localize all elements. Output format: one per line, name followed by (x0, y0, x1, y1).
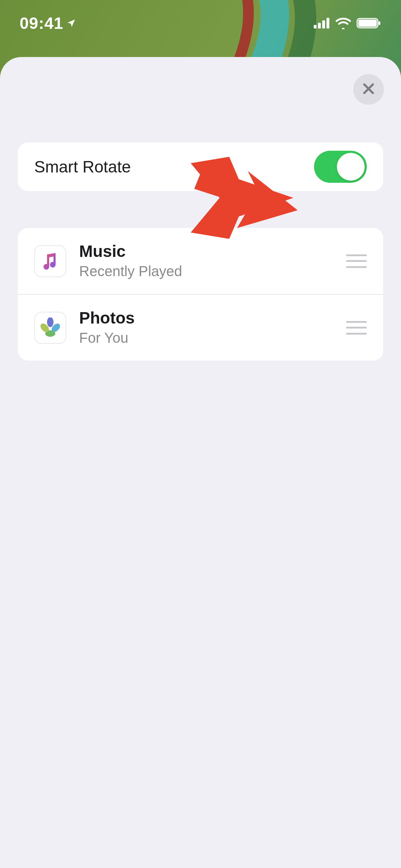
status-bar: 09:41 (0, 0, 401, 46)
smart-rotate-label: Smart Rotate (34, 157, 131, 176)
widget-title: Music (79, 242, 333, 261)
status-time: 09:41 (20, 14, 63, 33)
widget-row-music[interactable]: Music Recently Played (18, 228, 383, 294)
cellular-signal-icon (313, 17, 330, 29)
widget-subtitle: For You (79, 329, 333, 347)
svg-rect-1 (318, 23, 321, 29)
smart-rotate-toggle[interactable] (314, 151, 367, 183)
svg-rect-5 (358, 20, 377, 27)
widget-stack-sheet: Smart Rotate (0, 57, 401, 868)
music-icon (34, 245, 66, 277)
close-icon (361, 82, 376, 97)
svg-point-13 (47, 317, 53, 327)
widget-list: Music Recently Played (18, 228, 383, 361)
status-right (313, 17, 381, 29)
wifi-icon (335, 17, 351, 29)
widget-text: Photos For You (79, 308, 333, 347)
smart-rotate-row: Smart Rotate (18, 143, 383, 191)
svg-rect-2 (322, 20, 325, 29)
close-button[interactable] (353, 74, 384, 105)
drag-handle-icon[interactable] (346, 321, 367, 335)
widget-title: Photos (79, 308, 333, 328)
widget-subtitle: Recently Played (79, 262, 333, 280)
photos-icon (34, 312, 66, 344)
svg-rect-6 (379, 21, 380, 25)
battery-icon (356, 17, 381, 29)
svg-rect-3 (327, 18, 329, 29)
location-arrow-icon (66, 18, 76, 28)
widget-text: Music Recently Played (79, 242, 333, 280)
status-left: 09:41 (20, 14, 76, 33)
toggle-knob (337, 153, 365, 181)
widget-row-photos[interactable]: Photos For You (18, 294, 383, 361)
svg-rect-0 (314, 25, 317, 29)
drag-handle-icon[interactable] (346, 254, 367, 268)
